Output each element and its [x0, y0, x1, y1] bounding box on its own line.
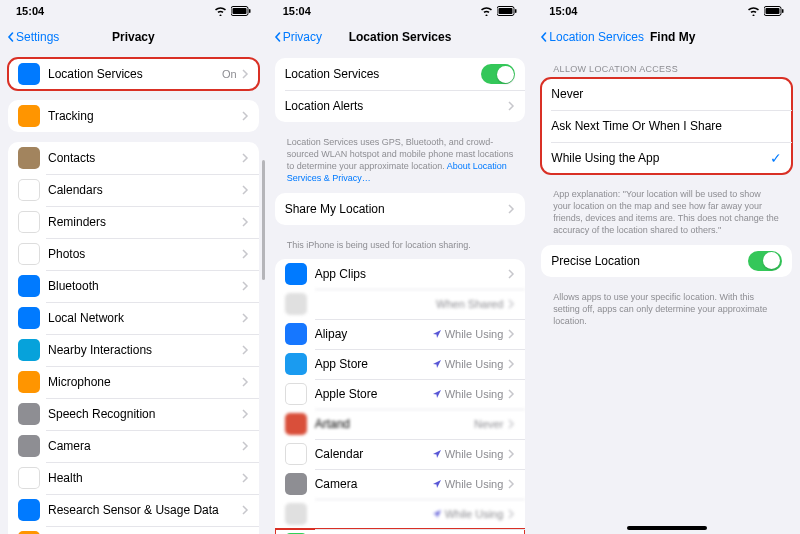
row-label: Calendars: [48, 183, 241, 197]
nav-bar: Location Services Find My: [533, 22, 800, 52]
status-bar: 15:04: [267, 0, 534, 22]
chevron-right-icon: [241, 345, 249, 355]
app-location-row[interactable]: CameraWhile Using: [275, 469, 526, 499]
privacy-category-row[interactable]: Speech Recognition: [8, 398, 259, 430]
app-location-row[interactable]: ArtandNever: [275, 409, 526, 439]
privacy-category-row[interactable]: Microphone: [8, 366, 259, 398]
chevron-left-icon: [273, 32, 283, 42]
row-label: App Clips: [315, 267, 508, 281]
nav-bar: Settings Privacy: [0, 22, 267, 52]
app-location-row[interactable]: Apple StoreWhile Using: [275, 379, 526, 409]
svg-rect-4: [499, 8, 513, 14]
group-location-toggle: Location Services Location Alerts: [275, 58, 526, 122]
privacy-category-row[interactable]: Camera: [8, 430, 259, 462]
location-alerts-row[interactable]: Location Alerts: [275, 90, 526, 122]
row-value: While Using: [445, 388, 504, 400]
app-location-row[interactable]: AlipayWhile Using: [275, 319, 526, 349]
location-arrow-icon: [432, 389, 442, 399]
privacy-category-row[interactable]: Nearby Interactions: [8, 334, 259, 366]
toggle-switch-on[interactable]: [748, 251, 782, 271]
app-icon: [18, 467, 40, 489]
precise-location-row[interactable]: Precise Location: [541, 245, 792, 277]
row-label: Tracking: [48, 109, 241, 123]
home-indicator[interactable]: [627, 526, 707, 530]
row-value: Never: [474, 418, 503, 430]
row-label: Share My Location: [285, 202, 508, 216]
app-icon: [18, 211, 40, 233]
back-button[interactable]: Location Services: [539, 30, 644, 44]
app-icon: [18, 499, 40, 521]
scrollbar[interactable]: [262, 160, 265, 280]
chevron-right-icon: [241, 153, 249, 163]
location-arrow-icon: [432, 479, 442, 489]
screen-body[interactable]: Location Services Location Alerts Locati…: [267, 52, 534, 534]
row-label: Local Network: [48, 311, 241, 325]
section-header-allow-access: Allow Location Access: [541, 58, 792, 78]
app-icon: [18, 275, 40, 297]
app-location-row[interactable]: Find MyWhile Using: [275, 529, 526, 534]
app-icon: [18, 105, 40, 127]
chevron-right-icon: [241, 217, 249, 227]
tracking-row[interactable]: Tracking: [8, 100, 259, 132]
row-value: On: [222, 68, 237, 80]
privacy-category-row[interactable]: Calendars: [8, 174, 259, 206]
chevron-right-icon: [507, 359, 515, 369]
app-explanation-text: App explanation: "Your location will be …: [541, 184, 792, 245]
app-location-row[interactable]: App StoreWhile Using: [275, 349, 526, 379]
chevron-right-icon: [507, 299, 515, 309]
three-phone-stage: 15:04 Settings Privacy Location Services…: [0, 0, 800, 534]
screen-body[interactable]: Allow Location Access NeverAsk Next Time…: [533, 52, 800, 534]
status-time: 15:04: [283, 5, 311, 17]
location-access-option[interactable]: While Using the App✓: [541, 142, 792, 174]
group-precise-location: Precise Location: [541, 245, 792, 277]
location-services-row[interactable]: Location ServicesOn: [8, 58, 259, 90]
phone-location-services-screen: 15:04 Privacy Location Services Location…: [267, 0, 534, 534]
app-location-row[interactable]: While Using: [275, 499, 526, 529]
toggle-switch-on[interactable]: [481, 64, 515, 84]
location-services-toggle-row[interactable]: Location Services: [275, 58, 526, 90]
app-icon: [285, 383, 307, 405]
app-location-row[interactable]: App Clips: [275, 259, 526, 289]
chevron-right-icon: [507, 479, 515, 489]
privacy-category-row[interactable]: Contacts: [8, 142, 259, 174]
privacy-category-row[interactable]: Research Sensor & Usage Data: [8, 494, 259, 526]
app-location-row[interactable]: When Shared: [275, 289, 526, 319]
app-icon: [18, 371, 40, 393]
precise-location-footer: Allows apps to use your specific locatio…: [541, 287, 792, 335]
app-icon: [18, 307, 40, 329]
app-icon: [285, 443, 307, 465]
share-my-location-row[interactable]: Share My Location: [275, 193, 526, 225]
row-value: When Shared: [436, 298, 503, 310]
privacy-category-row[interactable]: Local Network: [8, 302, 259, 334]
location-access-option[interactable]: Never: [541, 78, 792, 110]
back-button[interactable]: Privacy: [273, 30, 322, 44]
chevron-right-icon: [241, 473, 249, 483]
app-icon: [18, 435, 40, 457]
privacy-category-row[interactable]: Health: [8, 462, 259, 494]
chevron-right-icon: [507, 419, 515, 429]
privacy-category-row[interactable]: Reminders: [8, 206, 259, 238]
row-value: While Using: [445, 328, 504, 340]
row-label: Calendar: [315, 447, 432, 461]
chevron-right-icon: [241, 377, 249, 387]
chevron-right-icon: [507, 389, 515, 399]
checkmark-icon: ✓: [770, 150, 782, 166]
svg-rect-2: [249, 9, 251, 13]
row-label: Precise Location: [551, 254, 748, 268]
back-label: Location Services: [549, 30, 644, 44]
location-access-option[interactable]: Ask Next Time Or When I Share: [541, 110, 792, 142]
row-label: Health: [48, 471, 241, 485]
back-button[interactable]: Settings: [6, 30, 59, 44]
chevron-left-icon: [539, 32, 549, 42]
privacy-category-row[interactable]: Photos: [8, 238, 259, 270]
group-location-services: Location ServicesOn: [8, 58, 259, 90]
wifi-icon: [214, 6, 227, 16]
privacy-category-row[interactable]: Bluetooth: [8, 270, 259, 302]
svg-rect-1: [232, 8, 246, 14]
screen-body[interactable]: Location ServicesOn Tracking ContactsCal…: [0, 52, 267, 534]
wifi-icon: [480, 6, 493, 16]
chevron-right-icon: [241, 69, 249, 79]
privacy-category-row[interactable]: HomeKit: [8, 526, 259, 534]
app-location-row[interactable]: CalendarWhile Using: [275, 439, 526, 469]
chevron-right-icon: [241, 409, 249, 419]
